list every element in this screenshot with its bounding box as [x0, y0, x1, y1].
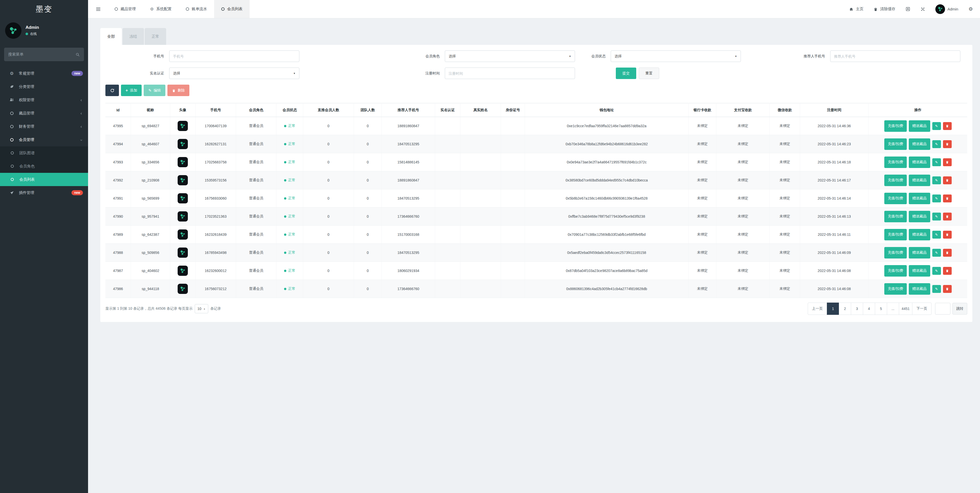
page-4[interactable]: 4 [863, 303, 875, 315]
row-edit-button[interactable]: ✎ [932, 195, 941, 202]
sidebar-item-permission[interactable]: 权限管理 [0, 93, 88, 106]
refresh-button[interactable] [105, 85, 119, 96]
reg-time-input[interactable] [445, 68, 575, 79]
row-edit-button[interactable]: ✎ [932, 176, 941, 184]
submit-button[interactable]: 提交 [616, 68, 636, 79]
filter-tab-normal[interactable]: 正常 [145, 28, 166, 45]
page-next[interactable]: 下一页 [912, 303, 932, 315]
phone-input[interactable] [169, 51, 299, 62]
row-edit-button[interactable]: ✎ [932, 231, 941, 239]
gift-collection-button[interactable]: 赠送藏品 [909, 157, 930, 168]
page-jump-button[interactable]: 跳转 [953, 303, 967, 315]
col-header-id-card[interactable]: 身份证号 [501, 103, 525, 117]
row-delete-button[interactable] [943, 231, 952, 239]
recharge-button[interactable]: 充值/扣费 [884, 138, 907, 150]
tab-bill-flow[interactable]: 账单流水 [179, 0, 214, 18]
gift-collection-button[interactable]: 赠送藏品 [909, 138, 930, 150]
reset-button[interactable]: 重置 [639, 68, 659, 79]
col-header-role[interactable]: 会员角色 [236, 103, 277, 117]
gift-collection-button[interactable]: 赠送藏品 [909, 247, 930, 258]
sidebar-item-category[interactable]: 分类管理 [0, 80, 88, 93]
user-menu[interactable]: Admin [935, 4, 958, 14]
member-status-select[interactable]: 选择 ▼ [611, 51, 741, 62]
filter-tab-all[interactable]: 全部 [100, 28, 122, 45]
gift-collection-button[interactable]: 赠送藏品 [909, 283, 930, 295]
row-delete-button[interactable] [943, 176, 952, 184]
row-delete-button[interactable] [943, 195, 952, 202]
row-edit-button[interactable]: ✎ [932, 212, 941, 220]
tab-system-config[interactable]: ⚙ 系统配置 [143, 0, 179, 18]
row-delete-button[interactable] [943, 249, 952, 257]
col-header-status[interactable]: 会员状态 [277, 103, 303, 117]
page-1[interactable]: 1 [827, 303, 839, 315]
col-header-bank[interactable]: 银行卡收款 [688, 103, 716, 117]
page-jump-input[interactable] [935, 303, 950, 315]
recharge-button[interactable]: 充值/扣费 [884, 193, 907, 204]
home-button[interactable]: 主页 [849, 6, 863, 11]
col-header-real-auth[interactable]: 实名认证 [435, 103, 460, 117]
col-header-referrer[interactable]: 推荐人手机号 [382, 103, 435, 117]
edit-button[interactable]: ✎ 编辑 [144, 85, 165, 96]
fullscreen-button[interactable] [921, 6, 925, 11]
col-header-wallet[interactable]: 钱包地址 [525, 103, 689, 117]
page-prev[interactable]: 上一页 [808, 303, 827, 315]
language-button[interactable] [905, 6, 910, 12]
clear-cache-button[interactable]: 清除缓存 [873, 6, 895, 11]
sidebar-item-member-list[interactable]: 会员列表 [0, 173, 88, 186]
page-3[interactable]: 3 [851, 303, 863, 315]
col-header-alipay[interactable]: 支付宝收款 [716, 103, 770, 117]
referrer-phone-input[interactable] [830, 51, 960, 62]
col-header-team-count[interactable]: 团队人数 [354, 103, 382, 117]
gift-collection-button[interactable]: 赠送藏品 [909, 211, 930, 222]
recharge-button[interactable]: 充值/扣费 [884, 229, 907, 240]
row-edit-button[interactable]: ✎ [932, 140, 941, 148]
tab-member-list[interactable]: 会员列表 [214, 0, 250, 18]
page-size-select[interactable]: 10 ▲ [195, 304, 208, 313]
row-delete-button[interactable] [943, 122, 952, 130]
col-header-avatar[interactable]: 头像 [170, 103, 195, 117]
row-delete-button[interactable] [943, 285, 952, 293]
recharge-button[interactable]: 充值/扣费 [884, 283, 907, 295]
sidebar-item-general[interactable]: ⚙ 常规管理 new [0, 67, 88, 80]
sidebar-item-plugin[interactable]: 插件管理 new [0, 186, 88, 199]
row-delete-button[interactable] [943, 212, 952, 220]
col-header-actions[interactable]: 操作 [869, 103, 967, 117]
row-delete-button[interactable] [943, 158, 952, 166]
sidebar-item-member[interactable]: 会员管理 [0, 133, 88, 146]
recharge-button[interactable]: 充值/扣费 [884, 211, 907, 222]
gift-collection-button[interactable]: 赠送藏品 [909, 229, 930, 240]
row-edit-button[interactable]: ✎ [932, 249, 941, 257]
row-delete-button[interactable] [943, 267, 952, 275]
add-button[interactable]: + 添加 [121, 85, 142, 96]
sidebar-item-finance[interactable]: 财务管理 [0, 120, 88, 133]
page-last[interactable]: 4451 [899, 303, 912, 315]
col-header-reg-time[interactable]: 注册时间 [800, 103, 869, 117]
tab-collection[interactable]: 藏品管理 [107, 0, 143, 18]
recharge-button[interactable]: 充值/扣费 [884, 265, 907, 277]
gift-collection-button[interactable]: 赠送藏品 [909, 265, 930, 277]
recharge-button[interactable]: 充值/扣费 [884, 174, 907, 186]
col-header-wechat[interactable]: 微信收款 [770, 103, 800, 117]
recharge-button[interactable]: 充值/扣费 [884, 120, 907, 132]
delete-button[interactable]: 删除 [167, 85, 189, 96]
sidebar-item-member-role[interactable]: 会员角色 [0, 160, 88, 173]
member-role-select[interactable]: 选择 ▼ [445, 51, 575, 62]
sidebar-item-collection[interactable]: 藏品管理 [0, 106, 88, 120]
recharge-button[interactable]: 充值/扣费 [884, 157, 907, 168]
row-edit-button[interactable]: ✎ [932, 158, 941, 166]
row-edit-button[interactable]: ✎ [932, 267, 941, 275]
recharge-button[interactable]: 充值/扣费 [884, 247, 907, 258]
page-5[interactable]: 5 [875, 303, 887, 315]
col-header-nickname[interactable]: 昵称 [130, 103, 170, 117]
sidebar-search-input[interactable]: 搜索菜单 [4, 48, 84, 61]
col-header-direct-count[interactable]: 直推会员人数 [303, 103, 354, 117]
page-2[interactable]: 2 [839, 303, 851, 315]
row-delete-button[interactable] [943, 140, 952, 148]
gift-collection-button[interactable]: 赠送藏品 [909, 174, 930, 186]
filter-tab-frozen[interactable]: 冻结 [123, 28, 144, 45]
col-header-real-name[interactable]: 真实姓名 [460, 103, 501, 117]
settings-button[interactable]: ⚙ [969, 6, 973, 12]
gift-collection-button[interactable]: 赠送藏品 [909, 193, 930, 204]
real-auth-select[interactable]: 选择 ▼ [169, 68, 299, 79]
col-header-phone[interactable]: 手机号 [196, 103, 236, 117]
